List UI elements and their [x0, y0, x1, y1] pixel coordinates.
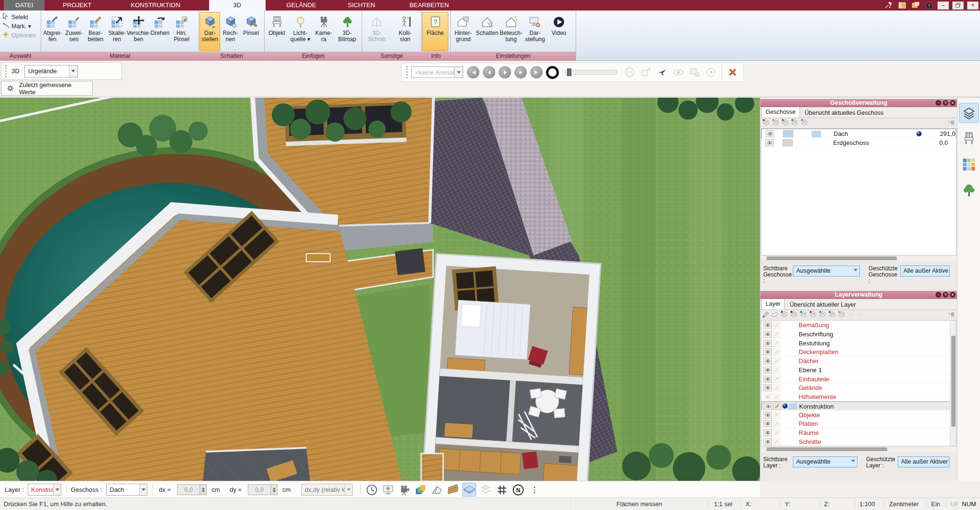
- restore-button[interactable]: [952, 1, 964, 10]
- workspace-panels-icon[interactable]: [897, 1, 907, 10]
- zuweisen-button[interactable]: Zuwei-sen: [63, 12, 85, 51]
- screenshot-icon[interactable]: [381, 483, 395, 497]
- layer-light-icon[interactable]: [838, 310, 846, 320]
- layer-row[interactable]: Platten: [761, 419, 956, 428]
- close-button[interactable]: ×: [967, 1, 979, 10]
- time-of-day-icon[interactable]: [365, 483, 379, 497]
- frame-forward-button[interactable]: [514, 66, 527, 78]
- edit-pencil-icon[interactable]: [773, 376, 780, 383]
- slider-thumb[interactable]: [567, 68, 571, 76]
- edit-pencil-icon[interactable]: [773, 357, 780, 365]
- layer-row[interactable]: Ebene 1: [761, 366, 956, 375]
- geschoss-row[interactable]: Erdgeschoss0,0: [761, 138, 956, 148]
- skip-end-button[interactable]: [530, 66, 543, 78]
- roof-view-icon[interactable]: [430, 483, 444, 497]
- visible-layer-select[interactable]: Ausgewählte: [793, 456, 858, 467]
- storey-add-icon[interactable]: [772, 119, 780, 128]
- layer-sort-az-icon[interactable]: A: [847, 311, 854, 319]
- layer-row[interactable]: Deckenplatten: [761, 347, 956, 356]
- lichtquelle-button[interactable]: Licht-quelle ▾: [289, 12, 312, 51]
- view-name-select[interactable]: Urgelände: [24, 65, 78, 78]
- visibility-eye-icon[interactable]: [764, 403, 772, 410]
- dy-stepper[interactable]: [270, 484, 278, 495]
- storey-remove-icon[interactable]: [762, 119, 770, 128]
- last-measured-values-button[interactable]: Zuletzt gemessene Werte: [1, 81, 93, 96]
- layer-row[interactable]: Gelände: [761, 383, 956, 392]
- visibility-eye-icon[interactable]: [763, 331, 772, 338]
- panel-close-icon[interactable]: ×: [950, 100, 956, 106]
- help-icon[interactable]: ?: [924, 1, 934, 10]
- layer-flat-icon[interactable]: [462, 483, 476, 497]
- pinsel-button[interactable]: Pinsel: [241, 12, 261, 51]
- darstellung-button[interactable]: Dar-stellung: [523, 12, 547, 51]
- layer-navy-icon[interactable]: [790, 310, 798, 320]
- selekt-button[interactable]: Selekt: [2, 12, 41, 22]
- visibility-eye-icon[interactable]: [763, 411, 772, 419]
- layer-row[interactable]: Einbauteile: [761, 375, 956, 384]
- layer-menu-button[interactable]: [948, 311, 955, 319]
- tab-gelaende[interactable]: GELÄNDE: [282, 0, 321, 11]
- edit-pencil-icon[interactable]: [773, 384, 780, 391]
- objekt-button[interactable]: Objekt: [265, 12, 289, 51]
- protected-layer-select[interactable]: Alle außer Aktiver: [898, 456, 949, 467]
- layer-row[interactable]: Bemaßung: [761, 321, 956, 330]
- drag-handle[interactable]: [406, 66, 408, 78]
- layer-tab-0[interactable]: Layer: [761, 299, 785, 310]
- storey-insert-icon[interactable]: [781, 119, 789, 128]
- video-button[interactable]: Video: [547, 12, 571, 51]
- schnitt3d-button[interactable]: 3D-Schnitt: [363, 12, 391, 51]
- color-scheme-icon[interactable]: [413, 483, 427, 497]
- drehen-button[interactable]: Drehen: [149, 12, 171, 51]
- edit-pencil-icon[interactable]: [773, 393, 780, 400]
- visibility-eye-icon[interactable]: [763, 366, 772, 374]
- panel-help-icon[interactable]: ?: [943, 292, 948, 298]
- catalog-materials-icon[interactable]: [959, 155, 979, 175]
- mark-button[interactable]: Mark. ▾: [2, 22, 41, 31]
- geschoss-tab-1[interactable]: Übersicht aktuelles Geschoss: [801, 108, 888, 118]
- visibility-eye-icon[interactable]: [763, 348, 772, 355]
- layer-gray-icon[interactable]: [819, 310, 826, 320]
- tab-3d[interactable]: 3D: [209, 0, 266, 11]
- visibility-eye-icon[interactable]: [763, 340, 772, 347]
- layer-stack-icon[interactable]: [479, 483, 492, 497]
- verschieben-button[interactable]: Verschie-ben: [128, 12, 149, 51]
- panel-pin-icon[interactable]: ◦: [935, 100, 941, 106]
- edit-pencil-icon[interactable]: [773, 420, 780, 427]
- storey-state-box[interactable]: [782, 139, 793, 146]
- visibility-eye-icon[interactable]: [765, 139, 774, 146]
- dx-input[interactable]: 0,0: [177, 484, 200, 495]
- edit-pencil-icon[interactable]: [773, 348, 780, 355]
- edit-pencil-icon[interactable]: [773, 331, 780, 338]
- optionen-button[interactable]: Optionen: [2, 31, 41, 40]
- geschoss-hscrollbar[interactable]: [761, 255, 957, 261]
- dx-stepper[interactable]: [200, 484, 207, 495]
- edit-pencil-icon[interactable]: [773, 322, 780, 329]
- geschoss-tab-0[interactable]: Geschosse: [761, 107, 800, 118]
- edit-pencil-icon[interactable]: [773, 411, 780, 419]
- drag-handle-icon[interactable]: [527, 483, 541, 497]
- record-lock-icon[interactable]: [689, 67, 701, 78]
- layer-row[interactable]: Bestuhlung: [761, 339, 956, 348]
- layer-violet-icon[interactable]: [809, 310, 817, 320]
- geschoss-row[interactable]: Dach291,0: [761, 129, 956, 138]
- geschoss-select[interactable]: Dach: [106, 484, 147, 496]
- float-window-icon[interactable]: [910, 1, 921, 10]
- record-button[interactable]: [546, 66, 559, 79]
- edit-pencil-icon[interactable]: [773, 366, 780, 374]
- geschoss-menu-button[interactable]: [948, 120, 955, 127]
- layer-hscrollbar[interactable]: [761, 446, 957, 452]
- darstellen-button[interactable]: Dar-stellen: [200, 12, 220, 51]
- drag-handle[interactable]: [5, 65, 7, 78]
- layer-row[interactable]: Dächer: [761, 356, 956, 366]
- visible-geschosse-select[interactable]: Ausgewählte: [793, 266, 860, 277]
- tab-bearbeiten[interactable]: BEARBEITEN: [405, 0, 454, 11]
- visibility-eye-icon[interactable]: [763, 429, 772, 436]
- panel-layers-icon[interactable]: [959, 103, 979, 123]
- animation-select[interactable]: <keine Animati: [412, 67, 463, 78]
- bearbeiten-button[interactable]: Bear-beiten: [85, 12, 106, 51]
- animation-slider[interactable]: [566, 70, 617, 75]
- visibility-eye-icon[interactable]: [766, 130, 774, 137]
- edit-pencil-icon[interactable]: [773, 340, 780, 347]
- hin-pinsel-button[interactable]: Hin.Pinsel: [171, 12, 192, 51]
- layer-pen-icon[interactable]: [762, 311, 769, 320]
